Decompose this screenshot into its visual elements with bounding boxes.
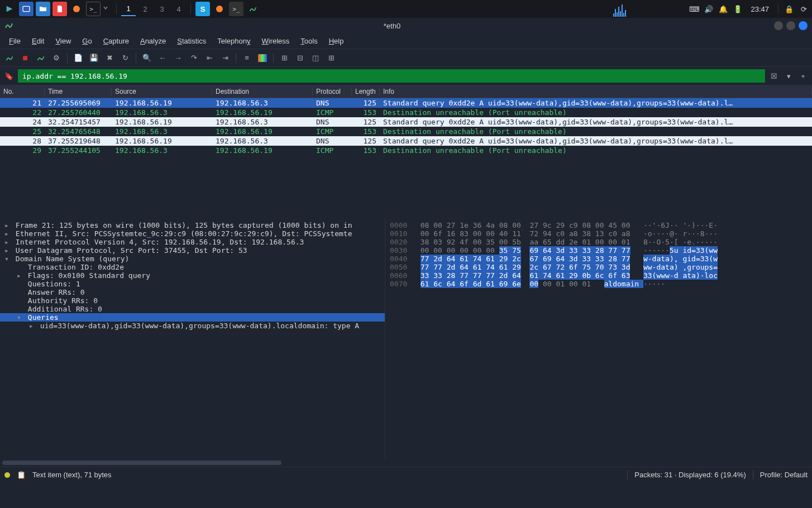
col-header-source[interactable]: Source xyxy=(112,88,212,95)
tray-volume-icon[interactable]: 🔊 xyxy=(703,3,715,15)
menu-statistics[interactable]: Statistics xyxy=(173,35,211,47)
col-header-destination[interactable]: Destination xyxy=(212,88,313,95)
menu-go[interactable]: Go xyxy=(78,35,96,47)
app-wireshark-icon[interactable] xyxy=(246,2,260,16)
go-forward-button[interactable]: → xyxy=(172,52,184,64)
last-packet-button[interactable]: ⇥ xyxy=(219,52,231,64)
first-packet-button[interactable]: ⇤ xyxy=(203,52,216,64)
find-packet-button[interactable]: 🔍 xyxy=(141,52,153,64)
packet-details-tree[interactable]: ▸ Frame 21: 125 bytes on wire (1000 bits… xyxy=(0,219,385,459)
app-files-icon[interactable] xyxy=(36,2,50,16)
tree-node[interactable]: ▸ Internet Protocol Version 4, Src: 192.… xyxy=(0,238,385,246)
app-burp-icon[interactable]: S xyxy=(195,2,210,16)
app-terminal2-icon[interactable]: >_ xyxy=(229,2,243,16)
clock[interactable]: 23:47 xyxy=(746,5,773,13)
window-maximize-button[interactable] xyxy=(786,21,795,30)
app-firefox2-icon[interactable] xyxy=(212,2,227,16)
status-profile[interactable]: Profile: Default xyxy=(760,471,808,479)
app-doc-icon[interactable] xyxy=(52,2,67,16)
go-to-packet-button[interactable]: ↷ xyxy=(188,52,200,64)
workspace-1[interactable]: 1 xyxy=(121,2,136,16)
capture-options-button[interactable]: ⚙ xyxy=(50,52,63,64)
tree-node[interactable]: ▸ Flags: 0x0100 Standard query xyxy=(0,271,385,280)
workspace-4[interactable]: 4 xyxy=(171,2,186,16)
menu-wireless[interactable]: Wireless xyxy=(257,35,294,47)
stop-capture-button[interactable]: ■ xyxy=(19,52,31,64)
reload-button[interactable]: ↻ xyxy=(119,52,131,64)
horizontal-scrollbar[interactable] xyxy=(0,459,812,467)
packet-row[interactable]: 2937.255244105192.168.56.3192.168.56.19I… xyxy=(0,146,812,155)
tree-node[interactable]: Answer RRs: 0 xyxy=(0,288,385,296)
packet-row[interactable]: 2127.255695069192.168.56.19192.168.56.3D… xyxy=(0,98,812,108)
restart-capture-button[interactable] xyxy=(35,52,47,64)
tree-node[interactable]: ▾ Domain Name System (query) xyxy=(0,255,385,263)
zoom-out-button[interactable]: ⊟ xyxy=(294,52,306,64)
go-back-button[interactable]: ← xyxy=(156,52,169,64)
tree-node[interactable]: ▾ Queries xyxy=(0,313,385,322)
workspace-3[interactable]: 3 xyxy=(155,2,169,16)
app-terminal-icon[interactable] xyxy=(19,2,34,16)
menu-capture[interactable]: Capture xyxy=(99,35,133,47)
packet-row[interactable]: 2227.255760440192.168.56.3192.168.56.19I… xyxy=(0,108,812,117)
expert-info-indicator[interactable] xyxy=(4,472,10,478)
menu-view[interactable]: View xyxy=(51,35,75,47)
chevron-down-icon[interactable] xyxy=(103,4,112,13)
auto-scroll-button[interactable]: ≡ xyxy=(241,52,253,64)
tree-node[interactable]: Authority RRs: 0 xyxy=(0,296,385,305)
hex-row[interactable]: 0060 33 33 28 77 77 77 2d 64 61 74 61 29… xyxy=(390,271,808,280)
hex-row[interactable]: 0070 61 6c 64 6f 6d 61 69 6e 00 00 01 00… xyxy=(390,280,808,288)
hex-row[interactable]: 0000 08 00 27 1e 36 4a 08 00 27 9c 29 c9… xyxy=(390,221,808,229)
tree-node[interactable]: Transaction ID: 0xdd2e xyxy=(0,263,385,271)
packet-bytes-hex[interactable]: 0000 08 00 27 1e 36 4a 08 00 27 9c 29 c9… xyxy=(385,219,812,459)
hex-row[interactable]: 0030 00 00 00 00 00 00 35 75 69 64 3d 33… xyxy=(390,246,808,255)
add-filter-button[interactable]: + xyxy=(797,70,809,82)
workspace-2[interactable]: 2 xyxy=(138,2,152,16)
packet-row[interactable]: 2532.254765648192.168.56.3192.168.56.19I… xyxy=(0,127,812,136)
window-close-button[interactable] xyxy=(799,21,808,30)
col-header-no[interactable]: No. xyxy=(0,88,45,95)
start-capture-button[interactable] xyxy=(3,52,16,64)
menu-tools[interactable]: Tools xyxy=(296,35,322,47)
hex-row[interactable]: 0020 38 03 92 4f 00 35 00 5b aa 65 dd 2e… xyxy=(390,238,808,246)
hex-row[interactable]: 0050 77 77 2d 64 61 74 61 29 2c 67 72 6f… xyxy=(390,263,808,271)
tray-notifications-icon[interactable]: 🔔 xyxy=(717,3,729,15)
tree-node[interactable]: Additional RRs: 0 xyxy=(0,305,385,313)
col-header-info[interactable]: Info xyxy=(380,88,812,95)
packet-list-header[interactable]: No. Time Source Destination Protocol Len… xyxy=(0,85,812,98)
app-term2-icon[interactable]: >_ xyxy=(86,2,101,16)
zoom-reset-button[interactable]: ◫ xyxy=(309,52,322,64)
filter-history-button[interactable]: ▾ xyxy=(783,70,794,82)
power-icon[interactable]: ⟳ xyxy=(797,3,810,15)
colorize-button[interactable] xyxy=(256,52,269,64)
clear-filter-button[interactable]: ☒ xyxy=(768,70,780,82)
menu-telephony[interactable]: Telephony xyxy=(213,35,255,47)
menu-file[interactable]: File xyxy=(4,35,25,47)
tray-battery-icon[interactable]: 🔋 xyxy=(732,3,744,15)
hex-row[interactable]: 0040 77 2d 64 61 74 61 29 2c 67 69 64 3d… xyxy=(390,255,808,263)
packet-list[interactable]: No. Time Source Destination Protocol Len… xyxy=(0,85,812,219)
bookmark-filter-icon[interactable]: 🔖 xyxy=(3,70,15,82)
menu-edit[interactable]: Edit xyxy=(27,35,49,47)
col-header-protocol[interactable]: Protocol xyxy=(313,88,352,95)
tree-node[interactable]: ▸ User Datagram Protocol, Src Port: 3745… xyxy=(0,246,385,255)
close-file-button[interactable]: ✖ xyxy=(103,52,116,64)
tree-node[interactable]: Questions: 1 xyxy=(0,280,385,288)
capture-file-properties-icon[interactable]: 📋 xyxy=(17,471,26,479)
display-filter-input[interactable] xyxy=(18,69,765,83)
app-menu-icon[interactable] xyxy=(2,2,17,16)
hex-row[interactable]: 0010 00 6f 16 83 00 00 40 11 72 94 c0 a8… xyxy=(390,229,808,238)
open-file-button[interactable]: 📄 xyxy=(72,52,84,64)
menu-analyze[interactable]: Analyze xyxy=(136,35,170,47)
packet-row[interactable]: 2432.254715457192.168.56.19192.168.56.3D… xyxy=(0,117,812,127)
tree-node[interactable]: ▸ Frame 21: 125 bytes on wire (1000 bits… xyxy=(0,221,385,229)
window-minimize-button[interactable] xyxy=(774,21,783,30)
packet-row[interactable]: 2837.255219648192.168.56.19192.168.56.3D… xyxy=(0,136,812,146)
col-header-time[interactable]: Time xyxy=(45,88,112,95)
col-header-length[interactable]: Length xyxy=(352,88,380,95)
lock-icon[interactable]: 🔒 xyxy=(783,3,795,15)
zoom-in-button[interactable]: ⊞ xyxy=(278,52,290,64)
app-firefox-icon[interactable] xyxy=(69,2,84,16)
save-file-button[interactable]: 💾 xyxy=(88,52,100,64)
tree-node[interactable]: ▸ uid=33(www-data),gid=33(www-data),grou… xyxy=(0,322,385,330)
tray-keyboard-icon[interactable]: ⌨ xyxy=(688,3,700,15)
